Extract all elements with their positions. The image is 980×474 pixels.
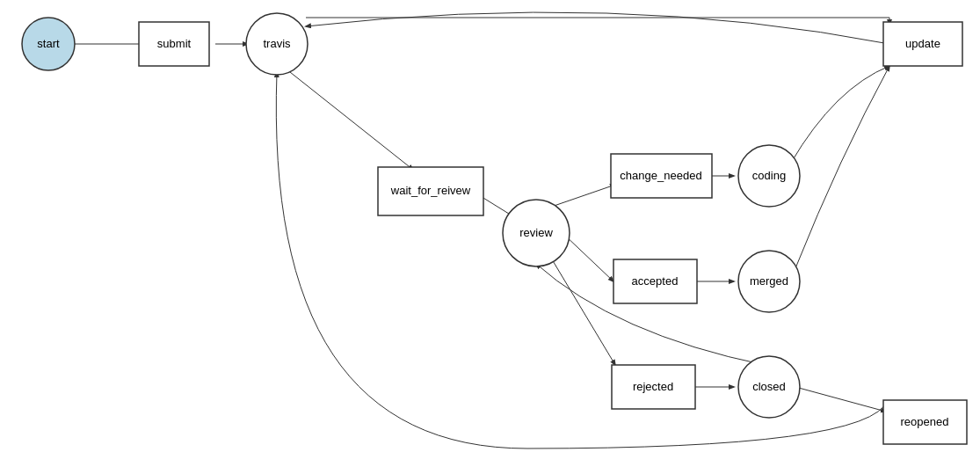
label-rejected: rejected [633,380,673,393]
label-closed: closed [752,380,786,393]
label-update: update [905,37,940,50]
edge-review-rejected [549,255,615,365]
label-submit: submit [157,37,192,50]
label-accepted: accepted [632,274,679,288]
label-travis: travis [263,37,291,50]
label-review: review [519,226,553,239]
edge-travis-wait [290,72,413,170]
edge-closed-reopened [795,387,886,412]
label-wait-for-reivew: wait_for_reivew [390,184,471,197]
state-diagram: start submit travis update wait_for_reiv… [0,0,980,474]
edge-coding-update [791,66,889,163]
label-reopened: reopened [901,415,949,428]
edge-update-travis [306,12,889,44]
label-change-needed: change_needed [620,169,701,182]
label-coding: coding [752,169,786,182]
label-merged: merged [750,274,788,288]
edge-review-accepted [563,233,613,281]
label-start: start [37,37,60,50]
